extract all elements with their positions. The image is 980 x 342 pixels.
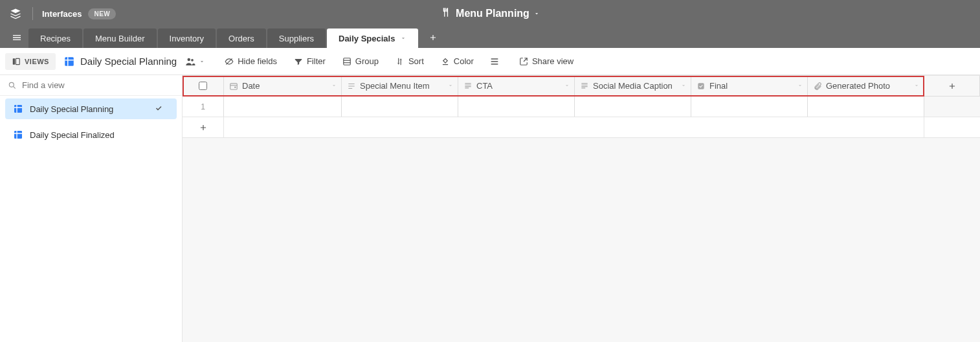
svg-rect-11 bbox=[14, 105, 22, 113]
svg-rect-16 bbox=[698, 83, 704, 89]
chevron-down-icon bbox=[913, 81, 920, 91]
svg-rect-0 bbox=[13, 58, 16, 64]
chevron-down-icon bbox=[400, 34, 406, 43]
svg-rect-2 bbox=[65, 57, 74, 66]
text-icon bbox=[347, 82, 356, 91]
data-grid: Date Special Menu Item CTA Social Media … bbox=[183, 75, 980, 342]
grid-icon bbox=[13, 104, 23, 114]
view-item-daily-special-planning[interactable]: Daily Special Planning bbox=[5, 98, 177, 119]
share-view-button[interactable]: Share view bbox=[513, 52, 580, 70]
column-header-special-menu-item[interactable]: Special Menu Item bbox=[342, 76, 458, 96]
view-item-daily-special-finalized[interactable]: Daily Special Finalized bbox=[5, 124, 177, 145]
column-header-final[interactable]: Final bbox=[691, 76, 808, 96]
divider bbox=[32, 7, 33, 20]
cell-cta[interactable] bbox=[458, 97, 575, 117]
app-logo[interactable] bbox=[8, 6, 23, 21]
cell-generated-photo[interactable] bbox=[808, 97, 924, 117]
group-button[interactable]: Group bbox=[336, 52, 385, 70]
add-column-button[interactable] bbox=[924, 76, 980, 96]
longtext-icon bbox=[463, 82, 473, 91]
svg-rect-12 bbox=[14, 131, 22, 139]
tab-menu-builder[interactable]: Menu Builder bbox=[84, 28, 157, 48]
column-header-cta[interactable]: CTA bbox=[458, 76, 575, 96]
tab-orders[interactable]: Orders bbox=[217, 28, 266, 48]
chevron-down-icon bbox=[680, 81, 687, 91]
cell-blank bbox=[924, 97, 980, 117]
column-header-select[interactable] bbox=[183, 76, 224, 96]
view-title[interactable]: Daily Special Planning bbox=[63, 56, 177, 67]
add-row bbox=[183, 117, 980, 138]
calendar-icon bbox=[229, 82, 238, 91]
tab-inventory[interactable]: Inventory bbox=[158, 28, 216, 48]
cell-final[interactable] bbox=[691, 97, 808, 117]
svg-rect-6 bbox=[344, 58, 351, 65]
view-search[interactable] bbox=[0, 75, 182, 96]
tables-tabbar: Recipes Menu Builder Inventory Orders Su… bbox=[0, 27, 980, 48]
row-number[interactable]: 1 bbox=[183, 97, 224, 117]
chevron-down-icon bbox=[564, 81, 570, 91]
hamburger-menu-button[interactable] bbox=[5, 27, 28, 48]
svg-line-10 bbox=[13, 86, 15, 88]
grid-header-row: Date Special Menu Item CTA Social Media … bbox=[183, 75, 980, 97]
tab-recipes[interactable]: Recipes bbox=[28, 28, 82, 48]
interfaces-link[interactable]: Interfaces bbox=[42, 9, 82, 19]
cell-special-menu-item[interactable] bbox=[342, 97, 458, 117]
color-button[interactable]: Color bbox=[434, 52, 480, 70]
svg-rect-15 bbox=[234, 86, 236, 87]
views-toggle-button[interactable]: VIEWS bbox=[5, 53, 56, 70]
new-badge: NEW bbox=[88, 8, 116, 19]
hide-fields-button[interactable]: Hide fields bbox=[218, 52, 284, 70]
svg-point-3 bbox=[188, 58, 191, 61]
main-content: Daily Special Planning Daily Special Fin… bbox=[0, 75, 980, 342]
view-item-label: Daily Special Finalized bbox=[30, 130, 115, 140]
filter-button[interactable]: Filter bbox=[287, 52, 332, 70]
chevron-down-icon bbox=[797, 81, 803, 91]
column-header-generated-photo[interactable]: Generated Photo bbox=[808, 76, 924, 96]
select-all-checkbox[interactable] bbox=[199, 82, 207, 90]
cell-social-caption[interactable] bbox=[575, 97, 691, 117]
view-search-input[interactable] bbox=[22, 80, 174, 90]
cell-date[interactable] bbox=[224, 97, 342, 117]
row-height-button[interactable] bbox=[484, 52, 509, 71]
column-header-date[interactable]: Date bbox=[224, 76, 342, 96]
check-icon bbox=[155, 104, 169, 114]
chevron-down-icon bbox=[331, 81, 337, 91]
svg-rect-13 bbox=[230, 83, 238, 89]
svg-rect-1 bbox=[16, 58, 19, 64]
search-icon bbox=[8, 81, 17, 90]
tab-suppliers[interactable]: Suppliers bbox=[267, 28, 326, 48]
utensils-icon bbox=[440, 7, 451, 20]
checkbox-icon bbox=[696, 82, 706, 91]
chevron-down-icon bbox=[447, 81, 454, 91]
column-header-social-media-caption[interactable]: Social Media Caption bbox=[575, 76, 691, 96]
topbar: Interfaces NEW Menu Planning bbox=[0, 0, 980, 27]
svg-point-4 bbox=[191, 58, 194, 61]
grid-icon bbox=[13, 130, 23, 140]
add-row-button[interactable] bbox=[183, 117, 224, 137]
tab-daily-specials[interactable]: Daily Specials bbox=[327, 28, 418, 48]
table-row[interactable]: 1 bbox=[183, 97, 980, 117]
workspace-switcher[interactable]: Menu Planning bbox=[440, 7, 540, 20]
longtext-icon bbox=[580, 82, 589, 91]
chevron-down-icon bbox=[533, 8, 540, 19]
workspace-title: Menu Planning bbox=[456, 8, 529, 19]
attachment-icon bbox=[813, 82, 822, 91]
add-row-rest bbox=[224, 117, 924, 137]
views-sidebar: Daily Special Planning Daily Special Fin… bbox=[0, 75, 183, 342]
sort-button[interactable]: Sort bbox=[389, 52, 430, 70]
svg-point-9 bbox=[9, 82, 14, 87]
share-people-button[interactable] bbox=[181, 53, 209, 70]
view-item-label: Daily Special Planning bbox=[30, 104, 113, 114]
add-table-button[interactable] bbox=[423, 27, 443, 48]
view-toolbar: VIEWS Daily Special Planning Hide fields… bbox=[0, 48, 980, 75]
